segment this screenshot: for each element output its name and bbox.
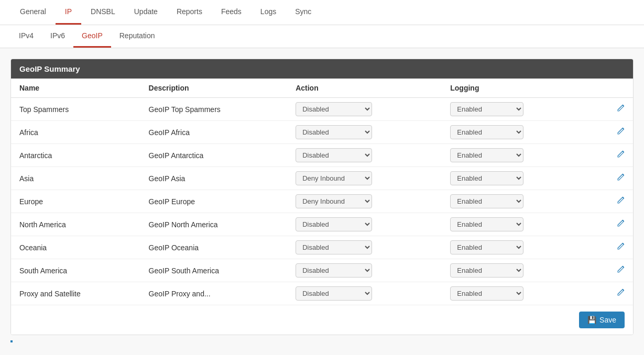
logging-select[interactable]: EnabledDisabled bbox=[450, 102, 523, 116]
logging-select[interactable]: EnabledDisabled bbox=[450, 194, 523, 208]
action-select[interactable]: DisabledDeny InboundDeny OutboundDeny Bo… bbox=[296, 148, 372, 162]
action-select[interactable]: DisabledDeny InboundDeny OutboundDeny Bo… bbox=[296, 286, 372, 301]
top-nav-item-logs[interactable]: Logs bbox=[251, 0, 286, 25]
row-edit-cell bbox=[591, 167, 633, 190]
table-row: EuropeGeoIP EuropeDisabledDeny InboundDe… bbox=[11, 190, 633, 213]
row-action-cell: DisabledDeny InboundDeny OutboundDeny Bo… bbox=[287, 213, 442, 236]
row-action-cell: DisabledDeny InboundDeny OutboundDeny Bo… bbox=[287, 190, 442, 213]
action-select[interactable]: DisabledDeny InboundDeny OutboundDeny Bo… bbox=[296, 263, 372, 278]
sub-nav-item-ipv4[interactable]: IPv4 bbox=[10, 25, 42, 48]
card-header: GeoIP Summary bbox=[11, 59, 633, 79]
action-select[interactable]: DisabledDeny InboundDeny OutboundDeny Bo… bbox=[296, 102, 372, 116]
row-logging-cell: EnabledDisabled bbox=[442, 236, 591, 259]
row-description: GeoIP Antarctica bbox=[140, 144, 288, 167]
row-description: GeoIP Oceania bbox=[140, 236, 288, 259]
col-name: Name bbox=[11, 79, 140, 98]
row-description: GeoIP North America bbox=[140, 213, 288, 236]
row-name: Oceania bbox=[11, 236, 140, 259]
row-edit-cell bbox=[591, 259, 633, 282]
row-edit-cell bbox=[591, 213, 633, 236]
row-description: GeoIP Asia bbox=[140, 167, 288, 190]
row-name: Asia bbox=[11, 167, 140, 190]
table-row: South AmericaGeoIP South AmericaDisabled… bbox=[11, 259, 633, 282]
row-edit-cell bbox=[591, 144, 633, 167]
logging-select[interactable]: EnabledDisabled bbox=[450, 217, 523, 231]
action-select[interactable]: DisabledDeny InboundDeny OutboundDeny Bo… bbox=[296, 125, 372, 139]
row-edit-cell bbox=[591, 282, 633, 305]
row-name: Antarctica bbox=[11, 144, 140, 167]
table-row: AntarcticaGeoIP AntarcticaDisabledDeny I… bbox=[11, 144, 633, 167]
top-nav-item-feeds[interactable]: Feeds bbox=[212, 0, 251, 25]
action-select[interactable]: DisabledDeny InboundDeny OutboundDeny Bo… bbox=[296, 240, 372, 254]
logging-select[interactable]: EnabledDisabled bbox=[450, 171, 523, 185]
table-row: OceaniaGeoIP OceaniaDisabledDeny Inbound… bbox=[11, 236, 633, 259]
row-name: Europe bbox=[11, 190, 140, 213]
edit-icon[interactable] bbox=[616, 197, 625, 206]
row-action-cell: DisabledDeny InboundDeny OutboundDeny Bo… bbox=[287, 121, 442, 144]
row-description: GeoIP Proxy and... bbox=[140, 282, 288, 305]
geoip-summary-card: GeoIP Summary Name Description Action Lo… bbox=[10, 59, 634, 335]
logging-select[interactable]: EnabledDisabled bbox=[450, 263, 523, 278]
row-name: South America bbox=[11, 259, 140, 282]
row-name: Proxy and Satellite bbox=[11, 282, 140, 305]
row-action-cell: DisabledDeny InboundDeny OutboundDeny Bo… bbox=[287, 259, 442, 282]
col-logging: Logging bbox=[442, 79, 591, 98]
top-nav-item-general[interactable]: General bbox=[10, 0, 56, 25]
row-action-cell: DisabledDeny InboundDeny OutboundDeny Bo… bbox=[287, 144, 442, 167]
logging-select[interactable]: EnabledDisabled bbox=[450, 240, 523, 254]
top-nav-item-dnsbl[interactable]: DNSBL bbox=[81, 0, 125, 25]
row-edit-cell bbox=[591, 190, 633, 213]
card-footer: 💾 Save bbox=[11, 305, 633, 335]
logging-select[interactable]: EnabledDisabled bbox=[450, 125, 523, 139]
table-row: AsiaGeoIP AsiaDisabledDeny InboundDeny O… bbox=[11, 167, 633, 190]
table-row: AfricaGeoIP AfricaDisabledDeny InboundDe… bbox=[11, 121, 633, 144]
save-label: Save bbox=[599, 316, 616, 324]
logging-select[interactable]: EnabledDisabled bbox=[450, 148, 523, 162]
row-logging-cell: EnabledDisabled bbox=[442, 259, 591, 282]
edit-icon[interactable] bbox=[616, 151, 625, 160]
table-row: Top SpammersGeoIP Top SpammersDisabledDe… bbox=[11, 98, 633, 121]
table-row: Proxy and SatelliteGeoIP Proxy and...Dis… bbox=[11, 282, 633, 305]
row-description: GeoIP Europe bbox=[140, 190, 288, 213]
edit-icon[interactable] bbox=[616, 220, 625, 229]
sub-nav-item-geoip[interactable]: GeoIP bbox=[73, 25, 111, 48]
row-edit-cell bbox=[591, 236, 633, 259]
save-icon: 💾 bbox=[587, 316, 596, 324]
table-row: North AmericaGeoIP North AmericaDisabled… bbox=[11, 213, 633, 236]
top-navigation: GeneralIPDNSBLUpdateReportsFeedsLogsSync bbox=[0, 0, 644, 25]
sub-navigation: IPv4IPv6GeoIPReputation bbox=[0, 25, 644, 48]
sub-nav-item-reputation[interactable]: Reputation bbox=[111, 25, 163, 48]
save-button[interactable]: 💾 Save bbox=[579, 312, 625, 328]
row-action-cell: DisabledDeny InboundDeny OutboundDeny Bo… bbox=[287, 236, 442, 259]
edit-icon[interactable] bbox=[616, 290, 625, 298]
edit-icon[interactable] bbox=[616, 267, 625, 275]
top-nav-item-update[interactable]: Update bbox=[125, 0, 167, 25]
row-name: Africa bbox=[11, 121, 140, 144]
top-nav-item-sync[interactable]: Sync bbox=[286, 0, 321, 25]
sub-nav-item-ipv6[interactable]: IPv6 bbox=[42, 25, 73, 48]
geoip-table: Name Description Action Logging Top Spam… bbox=[11, 79, 633, 305]
action-select[interactable]: DisabledDeny InboundDeny OutboundDeny Bo… bbox=[296, 194, 372, 208]
row-name: Top Spammers bbox=[11, 98, 140, 121]
edit-icon[interactable] bbox=[616, 128, 625, 137]
action-select[interactable]: DisabledDeny InboundDeny OutboundDeny Bo… bbox=[296, 217, 372, 231]
row-logging-cell: EnabledDisabled bbox=[442, 213, 591, 236]
row-description: GeoIP Top Spammers bbox=[140, 98, 288, 121]
row-edit-cell bbox=[591, 121, 633, 144]
col-edit bbox=[591, 79, 633, 98]
edit-icon[interactable] bbox=[616, 174, 625, 183]
row-description: GeoIP South America bbox=[140, 259, 288, 282]
table-body: Top SpammersGeoIP Top SpammersDisabledDe… bbox=[11, 98, 633, 305]
row-name: North America bbox=[11, 213, 140, 236]
top-nav-item-reports[interactable]: Reports bbox=[167, 0, 212, 25]
top-nav-item-ip[interactable]: IP bbox=[56, 0, 81, 25]
card-title: GeoIP Summary bbox=[19, 64, 80, 73]
blue-indicator bbox=[10, 340, 13, 342]
logging-select[interactable]: EnabledDisabled bbox=[450, 286, 523, 301]
row-description: GeoIP Africa bbox=[140, 121, 288, 144]
row-logging-cell: EnabledDisabled bbox=[442, 190, 591, 213]
edit-icon[interactable] bbox=[616, 105, 625, 114]
row-logging-cell: EnabledDisabled bbox=[442, 282, 591, 305]
action-select[interactable]: DisabledDeny InboundDeny OutboundDeny Bo… bbox=[296, 171, 372, 185]
edit-icon[interactable] bbox=[616, 243, 625, 252]
